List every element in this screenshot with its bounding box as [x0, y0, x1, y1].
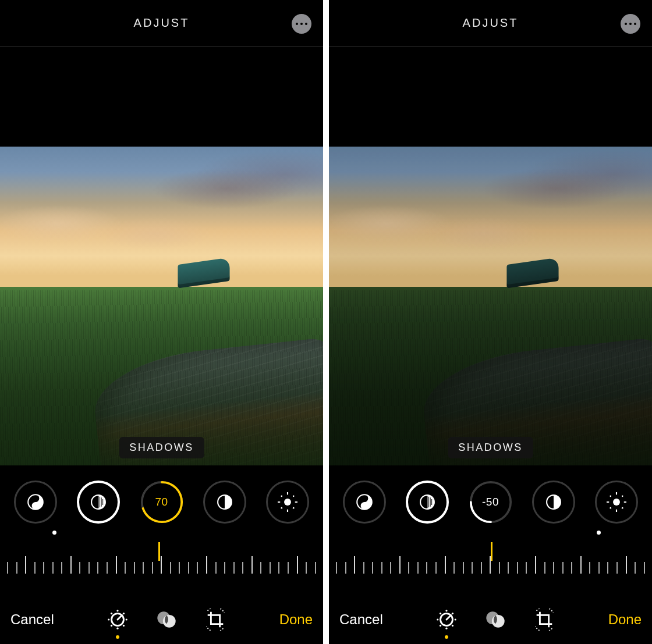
mode-filters[interactable]	[155, 609, 178, 631]
svg-point-58	[440, 625, 441, 627]
svg-point-52	[446, 610, 448, 611]
crop-rotate-icon	[204, 609, 226, 631]
done-button[interactable]: Done	[279, 611, 313, 628]
footer-mode-icons	[435, 609, 555, 631]
svg-point-17	[293, 495, 295, 497]
indicator-dot	[52, 531, 56, 535]
svg-point-26	[123, 613, 125, 614]
yin-yang-icon	[26, 492, 45, 512]
svg-point-21	[117, 610, 119, 611]
more-button[interactable]	[292, 14, 311, 34]
svg-point-56	[440, 613, 441, 614]
svg-point-16	[281, 495, 282, 497]
svg-point-47	[610, 495, 611, 497]
value-scale[interactable]	[0, 542, 323, 579]
adjust-dial-icon	[107, 609, 129, 631]
header: ADJUST	[329, 0, 652, 47]
svg-point-32	[363, 497, 366, 500]
dial-contrast[interactable]	[203, 481, 246, 524]
svg-point-1	[34, 497, 37, 500]
svg-point-50	[622, 507, 623, 509]
svg-point-49	[610, 507, 611, 509]
header-title: ADJUST	[134, 16, 190, 30]
progress-ring	[469, 481, 512, 524]
mode-crop[interactable]	[533, 609, 555, 631]
photo-preview[interactable]: SHADOWS	[329, 147, 652, 465]
mode-adjust[interactable]	[435, 609, 458, 631]
svg-point-24	[126, 618, 127, 620]
dial-row: -50	[329, 465, 652, 527]
dial-row: 70	[0, 465, 323, 527]
dial-contrast[interactable]	[532, 481, 575, 524]
svg-point-25	[111, 613, 112, 614]
half-shaded-circle-icon	[417, 492, 437, 512]
dot-indicator-row	[343, 528, 638, 539]
dial-brightness[interactable]	[266, 481, 309, 524]
dial-blacks[interactable]	[14, 481, 57, 524]
value-scale[interactable]	[329, 542, 652, 579]
svg-point-61	[492, 615, 505, 628]
more-icon	[296, 23, 299, 26]
yin-yang-icon	[355, 492, 374, 512]
adjust-dial-icon	[435, 609, 458, 631]
photo-preview[interactable]: SHADOWS	[0, 147, 323, 465]
mode-filters[interactable]	[484, 609, 506, 631]
svg-point-2	[34, 504, 37, 507]
cancel-button[interactable]: Cancel	[339, 611, 383, 628]
svg-point-11	[284, 499, 291, 506]
tool-badge: SHADOWS	[119, 437, 204, 458]
screen-left: ADJUST SHADOWS	[0, 0, 323, 644]
footer-mode-icons	[107, 609, 226, 631]
half-circle-icon	[544, 492, 564, 512]
mode-crop[interactable]	[204, 609, 226, 631]
crop-rotate-icon	[533, 609, 555, 631]
more-button[interactable]	[621, 14, 640, 34]
svg-point-57	[452, 613, 453, 614]
dot-indicator-row	[14, 528, 309, 539]
svg-point-23	[108, 618, 109, 620]
photo-content	[0, 147, 323, 465]
svg-point-18	[281, 507, 282, 509]
dial-shadows-active[interactable]: 70	[140, 481, 183, 524]
done-button[interactable]: Done	[608, 611, 642, 628]
tool-badge: SHADOWS	[448, 437, 533, 458]
svg-point-30	[163, 615, 176, 628]
svg-point-59	[452, 625, 453, 627]
dial-shadows-active[interactable]: -50	[469, 481, 512, 524]
indicator-dot	[597, 531, 601, 535]
svg-point-53	[446, 628, 448, 629]
dial-shadows-neighbor[interactable]	[77, 481, 120, 524]
filters-overlap-icon	[155, 609, 178, 631]
footer: Cancel	[0, 599, 323, 644]
svg-point-48	[622, 495, 623, 497]
sun-icon	[278, 492, 297, 512]
cancel-button[interactable]: Cancel	[10, 611, 54, 628]
svg-point-27	[111, 625, 112, 627]
header-title: ADJUST	[463, 16, 519, 30]
svg-point-42	[613, 499, 620, 506]
half-shaded-circle-icon	[88, 492, 108, 512]
scale-ticks	[7, 556, 316, 574]
header: ADJUST	[0, 0, 323, 47]
photo-content	[329, 147, 652, 465]
progress-ring	[140, 481, 183, 524]
more-icon	[625, 23, 628, 26]
svg-point-54	[437, 618, 438, 620]
sun-icon	[607, 492, 626, 512]
svg-point-22	[117, 628, 119, 629]
footer: Cancel	[329, 599, 652, 644]
mode-adjust[interactable]	[107, 609, 129, 631]
svg-point-33	[363, 504, 366, 507]
svg-point-28	[123, 625, 125, 627]
svg-point-19	[293, 507, 295, 509]
screen-right: ADJUST SHADOWS	[329, 0, 652, 644]
scale-ticks	[336, 556, 645, 574]
dial-brightness[interactable]	[595, 481, 638, 524]
filters-overlap-icon	[484, 609, 506, 631]
selected-dot	[116, 635, 119, 639]
dial-blacks[interactable]	[343, 481, 386, 524]
svg-point-55	[455, 618, 456, 620]
dial-shadows-neighbor[interactable]	[406, 481, 449, 524]
selected-dot	[445, 635, 448, 639]
half-circle-icon	[215, 492, 235, 512]
